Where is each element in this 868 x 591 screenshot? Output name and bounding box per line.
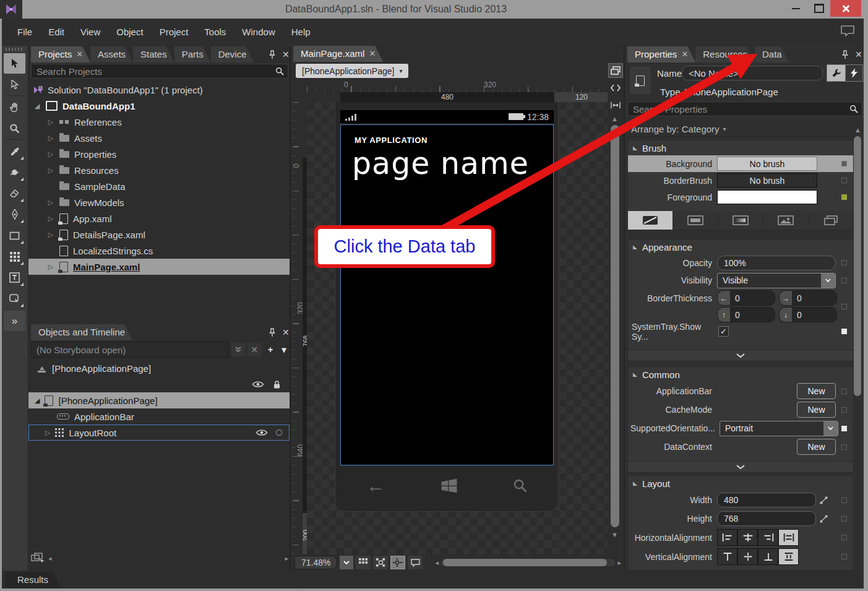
split-view-button[interactable] — [608, 98, 623, 113]
property-marker[interactable] — [841, 554, 847, 559]
phone-artboard[interactable]: 12:38 MY APPLICATION page name ← — [335, 102, 559, 512]
foreground-row[interactable]: Foreground — [628, 189, 853, 205]
object-row-applicationbar[interactable]: ApplicationBar — [28, 408, 290, 425]
datacontext-new-button[interactable]: New — [797, 439, 836, 455]
panel-close-icon[interactable]: ✕ — [282, 327, 290, 337]
property-marker[interactable] — [841, 389, 847, 394]
brush-header[interactable]: ◣ Brush — [628, 140, 853, 155]
phone-screen[interactable]: MY APPLICATION page name — [340, 124, 554, 465]
name-input[interactable]: <No Name> — [682, 66, 823, 80]
property-marker[interactable] — [841, 426, 847, 431]
expander-icon[interactable]: ▷ — [47, 166, 54, 175]
zoom-level[interactable]: 71.48% — [294, 556, 337, 569]
menu-view[interactable]: View — [72, 19, 108, 46]
eye-icon[interactable] — [252, 381, 264, 388]
property-marker[interactable] — [841, 194, 847, 200]
camera-orbit-tool[interactable] — [4, 162, 25, 183]
objects-timeline-tab[interactable]: Objects and Timeline — [31, 324, 132, 340]
halign-center-button[interactable] — [737, 529, 758, 546]
menu-help[interactable]: Help — [283, 19, 319, 46]
close-button[interactable] — [830, 0, 861, 17]
gradient-brush-button[interactable] — [718, 211, 763, 230]
size-reset-icon[interactable] — [820, 515, 828, 523]
expander-icon[interactable]: ▷ — [47, 199, 54, 207]
width-input[interactable]: 480 — [717, 493, 816, 507]
expander-icon[interactable]: ▷ — [47, 134, 54, 142]
tab-close-icon[interactable]: ✕ — [76, 46, 83, 63]
storyboard-close-button[interactable]: ✕ — [247, 343, 261, 356]
more-tools-button[interactable]: » — [4, 311, 25, 331]
tree-row-assets[interactable]: ▷ Assets — [28, 130, 290, 146]
properties-scrollbar-thumb[interactable] — [854, 136, 861, 396]
borderbrush-value[interactable]: No brush — [717, 173, 817, 188]
property-marker[interactable] — [841, 407, 847, 413]
opacity-input[interactable]: 100% — [717, 256, 836, 270]
object-row-layoutroot[interactable]: ▷ LayoutRoot — [28, 425, 290, 441]
tab-close-icon[interactable]: ✕ — [369, 46, 376, 62]
menu-file[interactable]: File — [9, 19, 40, 46]
eye-icon[interactable] — [256, 429, 268, 436]
expander-icon[interactable]: ▷ — [47, 215, 54, 223]
scroll-left-icon[interactable]: ◂ — [435, 559, 439, 567]
toolstrip-grip[interactable] — [6, 48, 23, 51]
vertical-scrollbar-thumb[interactable] — [611, 125, 619, 527]
scroll-right-icon[interactable]: ▸ — [285, 554, 288, 563]
applicationbar-new-button[interactable]: New — [797, 383, 836, 399]
cachemode-new-button[interactable]: New — [797, 402, 836, 418]
tree-row-detailspage[interactable]: ▷ DetailsPage.xaml — [28, 226, 290, 243]
storyboard-options-button[interactable]: ▾ — [280, 343, 288, 356]
storyboard-picker[interactable]: (No Storyboard open) — [31, 342, 229, 358]
object-row-root[interactable]: [PhoneApplicationPage] — [28, 360, 290, 376]
document-tab-mainpage[interactable]: MainPage.xaml ✕ — [293, 46, 383, 62]
scroll-right-icon[interactable]: ▸ — [617, 559, 621, 567]
common-expander[interactable] — [628, 461, 853, 472]
lock-icon[interactable] — [273, 380, 281, 389]
property-marker[interactable] — [841, 304, 847, 309]
appearance-header[interactable]: ◣ Appearance — [628, 239, 853, 254]
maximize-button[interactable] — [808, 0, 830, 17]
tab-projects[interactable]: Projects✕ — [31, 46, 90, 63]
rectangle-tool[interactable] — [4, 225, 25, 246]
grid-panel-tool[interactable] — [4, 246, 25, 267]
eraser-tool[interactable] — [4, 183, 25, 204]
design-view-button[interactable] — [608, 63, 623, 78]
tree-row-localizedstrings[interactable]: LocalizedStrings.cs — [28, 243, 290, 259]
menu-edit[interactable]: Edit — [40, 19, 72, 46]
properties-mode-button[interactable] — [827, 64, 846, 82]
halign-left-button[interactable] — [717, 529, 737, 546]
asset-shape-tool[interactable] — [4, 288, 25, 309]
tree-row-properties[interactable]: ▷ Properties — [28, 146, 290, 162]
property-marker[interactable] — [841, 535, 847, 540]
zoom-dropdown-button[interactable] — [340, 556, 353, 569]
storyboard-new-button[interactable]: + — [264, 343, 277, 356]
minimize-button[interactable] — [784, 0, 807, 17]
menu-object[interactable]: Object — [108, 19, 151, 46]
valign-center-button[interactable] — [737, 548, 758, 565]
direct-selection-tool[interactable] — [4, 74, 25, 95]
tab-close-icon[interactable]: ✕ — [681, 46, 688, 63]
eyedropper-tool[interactable] — [4, 141, 25, 162]
tab-data[interactable]: Data — [755, 46, 789, 63]
borderthickness-top-input[interactable]: ↑0 — [717, 307, 775, 322]
feedback-button[interactable] — [840, 25, 855, 37]
foreground-swatch[interactable] — [717, 190, 817, 204]
size-reset-icon[interactable] — [820, 496, 828, 504]
halign-stretch-button[interactable] — [778, 529, 799, 546]
visibility-dropdown[interactable]: Visible — [717, 273, 836, 288]
tree-row-solution[interactable]: Solution "DataBoundApp1" (1 project) — [28, 82, 290, 98]
tab-resources[interactable]: Resources — [695, 46, 755, 63]
snap-grid-button[interactable] — [373, 556, 388, 569]
tab-parts[interactable]: Parts — [174, 46, 211, 63]
object-row-page-selected[interactable]: ◢ [PhoneApplicationPage] — [28, 392, 290, 408]
tree-row-mainpage-selected[interactable]: ▷ MainPage.xaml — [28, 259, 290, 275]
valign-stretch-button[interactable] — [778, 548, 799, 565]
solid-brush-button[interactable] — [673, 211, 718, 230]
tree-row-resources[interactable]: ▷ Resources — [28, 162, 290, 178]
expander-icon[interactable]: ◢ — [33, 102, 41, 110]
valign-bottom-button[interactable] — [758, 548, 778, 565]
snap-to-snaplines-button[interactable] — [390, 556, 405, 569]
property-marker[interactable] — [841, 161, 847, 166]
tree-row-references[interactable]: ▷ References — [28, 114, 290, 130]
scroll-down-icon[interactable]: ▼ — [611, 531, 618, 538]
tree-row-appxaml[interactable]: ▷ App.xaml — [28, 210, 290, 226]
